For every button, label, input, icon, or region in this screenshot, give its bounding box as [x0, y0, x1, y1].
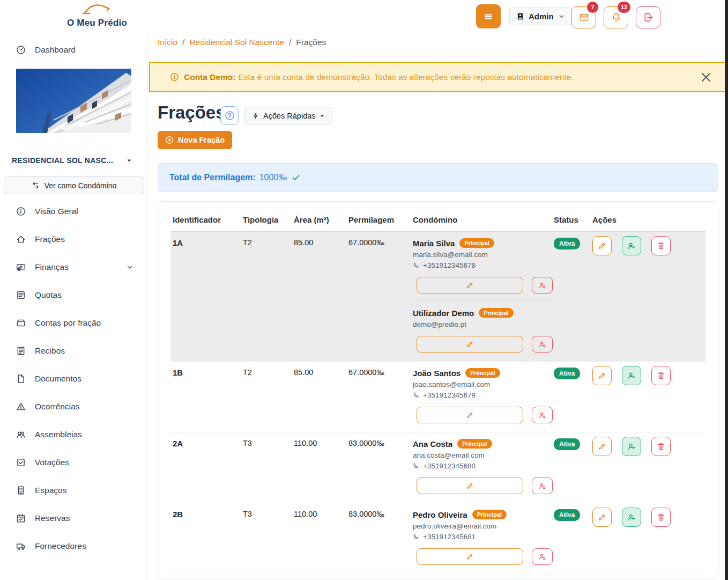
app-logo[interactable]: O Meu Prédio — [67, 3, 126, 28]
edit-condomino-button[interactable] — [417, 277, 523, 293]
breadcrumb-item-inicio[interactable]: Início — [158, 38, 177, 47]
permilagem-value: 1000‰ — [259, 173, 287, 182]
check-icon — [292, 173, 300, 182]
view-as-condomino-button[interactable]: Ver como Condómino — [4, 177, 144, 194]
help-button[interactable] — [220, 106, 239, 125]
admin-dropdown[interactable]: Admin — [509, 8, 572, 25]
sidebar-item-ocorrencias[interactable]: Ocorrências — [0, 393, 147, 421]
new-fraction-button[interactable]: Nova Fração — [158, 131, 232, 149]
add-condomino-button[interactable] — [622, 236, 641, 255]
sidebar-item-reservas[interactable]: Reservas — [0, 504, 147, 532]
notifications-badge: 12 — [618, 2, 630, 13]
add-condomino-button[interactable] — [622, 437, 641, 456]
banner-message: Esta é uma conta de demonstração. Todas … — [238, 72, 573, 82]
add-condomino-button[interactable] — [622, 508, 641, 527]
sidebar-item-label: Dashboard — [35, 45, 76, 55]
sidebar-item-recibos[interactable]: Recibos — [0, 337, 147, 365]
edit-fraction-button[interactable] — [592, 437, 612, 456]
edit-fraction-button[interactable] — [592, 236, 612, 255]
status-badge: Ativa — [554, 368, 580, 379]
delete-fraction-button[interactable] — [651, 437, 671, 456]
breadcrumb-separator: / — [182, 38, 184, 47]
remove-condomino-button[interactable] — [532, 336, 553, 353]
sidebar-item-documentos[interactable]: Documentos — [0, 365, 147, 393]
principal-badge: Principal — [472, 510, 507, 519]
remove-condomino-button[interactable] — [532, 407, 553, 423]
quick-actions-button[interactable]: Ações Rápidas — [244, 107, 332, 124]
person-plus-icon — [627, 442, 636, 451]
main-content: Início/Residencial Sol Nascente/Frações … — [148, 33, 728, 580]
breadcrumb-item-residencial-sol-nascente[interactable]: Residencial Sol Nascente — [189, 38, 284, 47]
logout-icon — [643, 12, 653, 23]
sidebar-item-financas[interactable]: Finanças — [0, 253, 147, 281]
sidebar-item-label: Frações — [35, 234, 65, 244]
sidebar-item-contas-por-fracao[interactable]: Contas por fração — [0, 309, 147, 337]
demo-banner: Conta Demo: Esta é uma conta de demonstr… — [149, 62, 726, 92]
sidebar-item-dashboard[interactable]: Dashboard — [0, 33, 147, 55]
remove-condomino-button[interactable] — [532, 478, 553, 494]
edit-condomino-button[interactable] — [417, 407, 523, 423]
page-title: Frações — [158, 102, 226, 123]
bell-icon — [611, 12, 621, 23]
new-fraction-label: Nova Fração — [178, 136, 225, 144]
cell-condomino: Ana Costa Principal ana.costa@email.com … — [413, 432, 554, 503]
cell-tipologia: T3 — [243, 503, 294, 574]
caret-down-icon — [126, 157, 132, 164]
cell-status: Ativa — [554, 232, 592, 361]
sidebar-item-label: Quotas — [35, 290, 62, 300]
sidebar-item-label: Documentos — [35, 374, 81, 384]
phone-icon — [413, 462, 420, 469]
sidebar-item-visao-geral[interactable]: Visão Geral — [0, 197, 147, 225]
sidebar-item-quotas[interactable]: Quotas — [0, 281, 147, 309]
question-icon — [225, 111, 235, 121]
edit-condomino-button[interactable] — [417, 336, 523, 353]
cell-condomino: Pedro Oliveira Principal pedro.oliveira@… — [413, 503, 554, 574]
sidebar-item-fornecedores[interactable]: Fornecedores — [0, 532, 147, 560]
building-selector[interactable]: RESIDENCIAL SOL NASC... — [0, 142, 147, 165]
condomino-name: Ana Costa — [413, 439, 452, 449]
cell-permilagem: 67.0000‰ — [348, 232, 413, 361]
cash-icon — [16, 262, 26, 272]
menu-toggle-button[interactable] — [476, 4, 501, 28]
cell-identifier: 2A — [170, 432, 243, 503]
column-header-condomino: Condómino — [413, 215, 554, 224]
person-minus-icon — [538, 281, 546, 289]
units-table-card: IdentificadorTipologiaÁrea (m²)Permilage… — [158, 201, 718, 580]
condomino-phone: +351912345680 — [413, 462, 554, 470]
permilagem-label: Total de Permilagem: — [169, 173, 256, 182]
condomino-block: Maria Silva Principal maria.silva@email.… — [413, 238, 554, 293]
sidebar-item-assembleias[interactable]: Assembleias — [0, 421, 147, 449]
trash-icon — [657, 371, 665, 380]
banner-close-button[interactable] — [700, 71, 712, 84]
condomino-block: João Santos Principal joao.santos@email.… — [413, 368, 554, 423]
logout-button[interactable] — [636, 6, 660, 28]
person-minus-icon — [538, 553, 546, 561]
edit-fraction-button[interactable] — [592, 508, 612, 527]
check-square-icon — [16, 458, 26, 467]
breadcrumb: Início/Residencial Sol Nascente/Frações — [158, 38, 326, 47]
pencil-icon — [466, 340, 474, 348]
edit-condomino-button[interactable] — [417, 548, 523, 565]
delete-fraction-button[interactable] — [651, 508, 671, 527]
delete-fraction-button[interactable] — [651, 366, 671, 385]
add-condomino-button[interactable] — [622, 366, 641, 385]
file-icon — [16, 374, 26, 384]
table-row-2a: 2A T3 110.00 83.0000‰ Ana Costa Principa… — [170, 432, 705, 503]
person-badge-icon — [516, 12, 524, 20]
sidebar-item-votacoes[interactable]: Votações — [0, 449, 147, 476]
remove-condomino-button[interactable] — [532, 548, 553, 565]
admin-label: Admin — [529, 12, 554, 21]
column-header-status: Status — [554, 215, 592, 224]
vertical-scrollbar[interactable] — [725, 0, 728, 580]
edit-fraction-button[interactable] — [592, 366, 612, 385]
principal-badge: Principal — [465, 368, 500, 378]
delete-fraction-button[interactable] — [651, 236, 671, 255]
sidebar-item-fracoes[interactable]: Frações — [0, 225, 147, 253]
sidebar-item-espacos[interactable]: Espaços — [0, 476, 147, 504]
edit-condomino-button[interactable] — [417, 478, 523, 494]
remove-condomino-button[interactable] — [532, 277, 553, 293]
cell-actions — [592, 503, 705, 574]
calendar-check-icon — [16, 513, 26, 523]
building-name: RESIDENCIAL SOL NASC... — [12, 156, 113, 165]
app-header: O Meu Prédio Admin 7 12 — [0, 0, 728, 33]
